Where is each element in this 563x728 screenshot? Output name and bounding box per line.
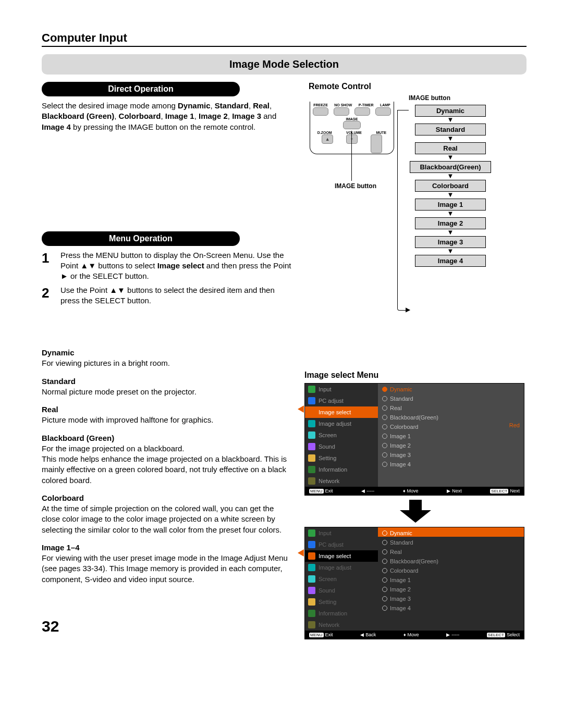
rc-label: NO SHOW	[334, 103, 352, 107]
imageadjust-icon	[308, 420, 315, 427]
t: Image adjust	[319, 421, 351, 427]
t: Move	[408, 632, 419, 637]
desc-colorboard: At the time of simple projection on the …	[42, 503, 292, 535]
osd-opt-dynamic[interactable]: Dynamic	[382, 528, 520, 538]
osd-item-information[interactable]: Information	[305, 464, 378, 475]
t: Image 2	[390, 442, 411, 449]
remote-control-title: Remote Control	[309, 82, 371, 91]
select-key-icon: SELECT	[487, 633, 505, 637]
osd-opt-blackboard[interactable]: Blackboard(Green)	[382, 557, 520, 566]
flow-arrow: ▼	[409, 211, 492, 217]
t: Sound	[319, 443, 335, 450]
t: Colorboard	[119, 112, 161, 120]
t: ,	[270, 101, 272, 110]
freeze-button[interactable]	[313, 107, 328, 116]
osd-opt-image2[interactable]: Image 2	[382, 441, 520, 450]
osd-item-imageadjust[interactable]: Image adjust	[305, 418, 378, 429]
rc-label: FREEZE	[313, 103, 328, 107]
osd-red-label: Red	[509, 422, 520, 428]
t: Image 3	[390, 596, 411, 602]
osd-item-imageselect[interactable]: Image select	[305, 406, 378, 418]
osd-item-screen[interactable]: Screen	[305, 429, 378, 441]
osd-item-imageadjust[interactable]: Image adjust	[305, 562, 378, 573]
osd-item-setting[interactable]: Setting	[305, 452, 378, 464]
desc-blackboard: For the image projected on a blackboard.…	[42, 443, 292, 486]
t: Screen	[319, 576, 337, 582]
t: ,	[161, 112, 165, 120]
menu-key-icon: MENU	[309, 489, 324, 493]
page-banner: Image Mode Selection	[42, 54, 527, 75]
mode-descriptions: Dynamic For viewing pictures in a bright…	[42, 348, 292, 585]
mute-button[interactable]	[371, 134, 382, 153]
osd-opt-colorboard[interactable]: Colorboard	[382, 422, 520, 431]
remote-outline: FREEZE NO SHOW P-TIMER LAMP IMAGE D	[310, 102, 394, 154]
osd-item-network[interactable]: Network	[305, 619, 378, 631]
t: Sound	[319, 587, 335, 594]
desc-colorboard-title: Colorboard	[42, 493, 292, 503]
information-icon	[308, 610, 315, 617]
setting-icon	[308, 598, 315, 606]
osd-item-screen[interactable]: Screen	[305, 573, 378, 585]
osd-opt-image4[interactable]: Image 4	[382, 603, 520, 613]
flow-arrow: ▼	[409, 248, 492, 255]
osd-item-setting[interactable]: Setting	[305, 596, 378, 608]
step-2: 2 Use the Point ▲▼ buttons to select the…	[42, 285, 292, 306]
t: Standard	[390, 396, 413, 402]
t: Image select	[319, 409, 351, 415]
t: Image 4	[42, 122, 71, 131]
left-column: Direct Operation Select the desired imag…	[42, 82, 292, 639]
step-number: 2	[42, 285, 53, 306]
direct-operation-text: Select the desired image mode among Dyna…	[42, 101, 292, 132]
osd-opt-blackboard[interactable]: Blackboard(Green)	[382, 413, 520, 422]
osd-opt-dynamic[interactable]: Dynamic	[382, 385, 520, 394]
osd-opt-standard[interactable]: Standard	[382, 538, 520, 547]
select-key-icon: SELECT	[490, 489, 508, 493]
osd-opt-real[interactable]: Real	[382, 403, 520, 413]
osd-item-network[interactable]: Network	[305, 475, 378, 487]
osd-item-pcadjust[interactable]: PC adjust	[305, 539, 378, 550]
osd-opt-colorboard[interactable]: Colorboard	[382, 566, 520, 575]
flow-image1: Image 1	[415, 199, 486, 211]
osd-item-information[interactable]: Information	[305, 608, 378, 619]
osd-item-sound[interactable]: Sound	[305, 441, 378, 452]
imageadjust-icon	[308, 564, 315, 571]
noshow-button[interactable]	[334, 107, 349, 116]
t: Back	[365, 632, 376, 637]
rc-label: LAMP	[380, 103, 390, 107]
t: Network	[319, 622, 339, 628]
remote-diagram: IMAGE button FREEZE NO SHOW P-TIMER LAMP	[304, 91, 527, 195]
menu-operation-heading: Menu Operation	[42, 231, 240, 246]
t: Real	[253, 101, 270, 110]
desc-image14-title: Image 1–4	[42, 542, 292, 553]
osd-opt-image4[interactable]: Image 4	[382, 460, 520, 469]
t: Image 1	[165, 112, 194, 120]
image-button[interactable]	[343, 121, 361, 129]
osd-opt-image1[interactable]: Image 1	[382, 575, 520, 585]
image-button-label-top: IMAGE button	[409, 94, 450, 102]
osd-opt-image2[interactable]: Image 2	[382, 585, 520, 594]
network-icon	[308, 621, 315, 628]
osd-item-imageselect[interactable]: Image select	[305, 550, 378, 562]
osd-opt-image3[interactable]: Image 3	[382, 450, 520, 460]
osd-item-input[interactable]: Input	[305, 527, 378, 539]
osd-opt-real[interactable]: Real	[382, 547, 520, 557]
imageselect-icon	[308, 409, 315, 416]
t: -----	[366, 488, 374, 493]
osd-item-sound[interactable]: Sound	[305, 585, 378, 596]
osd-right-options: Dynamic Standard Real Blackboard(Green) …	[378, 527, 524, 631]
flow-arrow: ▼	[409, 154, 492, 161]
osd-opt-image3[interactable]: Image 3	[382, 594, 520, 603]
lamp-button[interactable]	[375, 107, 391, 116]
osd-opt-image1[interactable]: Image 1	[382, 431, 520, 441]
ptimer-button[interactable]	[354, 107, 370, 116]
t: ,	[228, 112, 232, 120]
osd-item-pcadjust[interactable]: PC adjust	[305, 395, 378, 406]
t: Image 3	[390, 452, 411, 458]
osd-item-input[interactable]: Input	[305, 384, 378, 395]
flow-arrow: ▼	[409, 117, 492, 124]
dzoom-up-button[interactable]: ▲	[322, 134, 333, 144]
t: Select the desired image mode among	[42, 101, 178, 110]
osd-opt-standard[interactable]: Standard	[382, 394, 520, 403]
step-1: 1 Press the MENU button to display the O…	[42, 250, 292, 282]
t: Colorboard	[390, 567, 418, 574]
